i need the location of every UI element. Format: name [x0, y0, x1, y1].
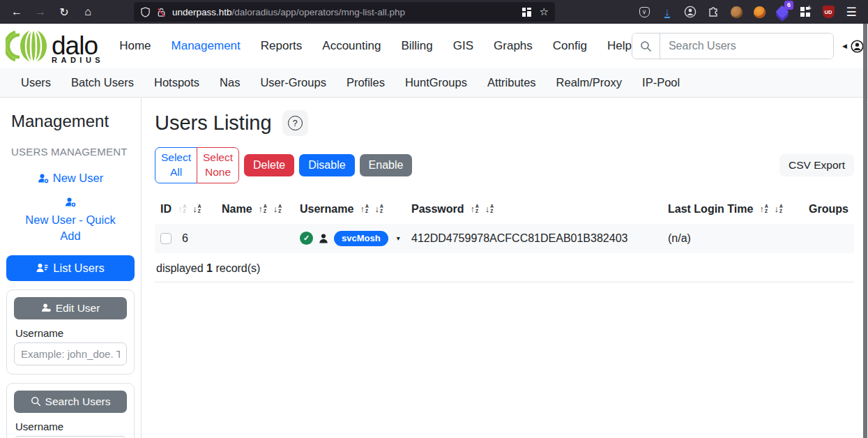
sidebar-new-user-link[interactable]: New User: [6, 170, 135, 186]
reload-icon[interactable]: ↻: [54, 3, 74, 21]
row-last-login: (n/a): [668, 232, 809, 245]
url-bar[interactable]: underpass.htb/daloradius/app/operators/m…: [134, 2, 555, 22]
edit-username-input[interactable]: [14, 342, 127, 365]
person-plus-icon: [38, 173, 49, 184]
table-row: 6 ✓ svcMosh ▾ 412DD4759978ACFCC81DEAB01B…: [155, 224, 854, 253]
username-badge[interactable]: svcMosh: [334, 231, 388, 246]
logo-text-radius: RADIUS: [52, 57, 104, 63]
subnav-user-groups[interactable]: User-Groups: [260, 76, 326, 89]
management-subnav: Users Batch Users Hotspots Nas User-Grou…: [0, 68, 868, 98]
sidebar-heading: Management: [11, 112, 130, 131]
search-username-label: Username: [15, 421, 125, 432]
subnav-huntgroups[interactable]: HuntGroups: [405, 76, 467, 89]
person-icon: [41, 303, 52, 313]
hacktools-extension-icon[interactable]: +: [797, 3, 814, 20]
nav-gis[interactable]: GIS: [453, 39, 473, 53]
daloradius-logo[interactable]: dalo RADIUS: [6, 29, 104, 63]
search-users-label: Search Users: [45, 395, 111, 408]
record-count-number: 1: [206, 262, 213, 274]
sort-desc-icon[interactable]: ↓AZ: [273, 204, 282, 214]
pocket-icon[interactable]: ∨: [636, 3, 653, 20]
subnav-hotspots[interactable]: Hotspots: [154, 76, 199, 89]
edit-username-label: Username: [15, 327, 125, 339]
sidebar-new-user-quick-link[interactable]: New User - Quick Add: [6, 197, 135, 244]
collapse-caret-icon[interactable]: ◀: [842, 43, 847, 50]
account-icon[interactable]: [682, 3, 699, 20]
wappalyzer-extension-icon[interactable]: 6: [774, 3, 791, 20]
back-icon[interactable]: ←: [7, 3, 26, 21]
sort-desc-icon[interactable]: ↓AZ: [375, 204, 383, 214]
search-users-button[interactable]: Search Users: [14, 391, 127, 413]
help-button[interactable]: ?: [282, 110, 308, 136]
user-avatar-icon[interactable]: [851, 40, 864, 53]
download-icon[interactable]: ↓: [659, 3, 676, 20]
edit-user-card: Edit User Username: [6, 289, 135, 375]
sort-asc-icon[interactable]: ↑AZ: [471, 204, 479, 214]
nav-config[interactable]: Config: [553, 39, 587, 53]
nav-reports[interactable]: Reports: [261, 39, 303, 53]
subnav-nas[interactable]: Nas: [220, 76, 240, 89]
csv-export-button[interactable]: CSV Export: [779, 154, 854, 176]
search-icon[interactable]: [632, 33, 660, 59]
subnav-users[interactable]: Users: [21, 76, 51, 89]
select-none-button[interactable]: Select None: [197, 147, 239, 183]
actions-toolbar: Select All Select None Delete Disable En…: [155, 147, 854, 183]
col-username: Username: [300, 203, 353, 216]
sort-desc-icon[interactable]: ↓AZ: [485, 204, 494, 214]
subnav-ip-pool[interactable]: IP-Pool: [642, 76, 680, 89]
sort-desc-icon[interactable]: ↓AZ: [775, 204, 783, 214]
shield-icon[interactable]: [140, 7, 151, 17]
subnav-attributes[interactable]: Attributes: [487, 76, 536, 89]
row-id: 6: [182, 232, 188, 245]
shield-ud-extension-icon[interactable]: UD: [820, 3, 837, 20]
sort-asc-icon[interactable]: ↑AZ: [759, 204, 768, 214]
chevron-down-icon[interactable]: ▾: [397, 234, 400, 242]
nav-billing[interactable]: Billing: [401, 39, 432, 53]
disable-button[interactable]: Disable: [299, 154, 354, 176]
cookie-extension-icon[interactable]: [728, 3, 745, 20]
nav-help[interactable]: Help: [607, 39, 632, 53]
edit-user-label: Edit User: [56, 302, 100, 315]
search-input[interactable]: [660, 33, 833, 59]
home-icon[interactable]: ⌂: [78, 3, 98, 21]
bookmark-star-icon[interactable]: ☆: [540, 6, 549, 18]
edit-user-button[interactable]: Edit User: [14, 297, 127, 319]
nav-graphs[interactable]: Graphs: [494, 39, 533, 53]
subnav-batch-users[interactable]: Batch Users: [71, 76, 134, 89]
site-header: dalo RADIUS Home Management Reports Acco…: [0, 24, 868, 68]
search-username-input[interactable]: [14, 436, 127, 438]
logo-globe-icon: [6, 29, 49, 63]
list-users-button[interactable]: List Users: [6, 255, 135, 281]
search-users-card: Search Users Username: [6, 383, 135, 438]
enabled-check-icon: ✓: [300, 232, 313, 245]
subnav-realm-proxy[interactable]: Realm/Proxy: [556, 76, 622, 89]
nav-home[interactable]: Home: [119, 39, 151, 53]
list-users-label: List Users: [53, 262, 104, 275]
nav-accounting[interactable]: Accounting: [322, 39, 381, 53]
url-path: /daloradius/app/operators/mng-list-all.p…: [232, 7, 405, 17]
sort-desc-icon[interactable]: ↓AZ: [192, 204, 201, 214]
orange-extension-icon[interactable]: [751, 3, 768, 20]
urlbar-grid-icon[interactable]: [522, 8, 531, 17]
row-checkbox[interactable]: [160, 233, 172, 244]
nav-management[interactable]: Management: [172, 39, 241, 53]
sort-asc-icon[interactable]: ↑AZ: [259, 204, 267, 214]
extension-badge: 6: [784, 1, 793, 10]
insecure-lock-icon[interactable]: [156, 7, 167, 17]
search-icon: [31, 396, 41, 407]
subnav-profiles[interactable]: Profiles: [347, 76, 385, 89]
sort-asc-icon[interactable]: ↑AZ: [178, 204, 186, 214]
sort-asc-icon[interactable]: ↑AZ: [360, 204, 368, 214]
page-scrollbar[interactable]: [863, 24, 867, 438]
delete-button[interactable]: Delete: [244, 154, 294, 176]
page-title: Users Listing: [155, 112, 272, 135]
forward-icon: →: [31, 3, 50, 21]
main-content: Users Listing ? Select All Select None D…: [142, 98, 868, 438]
table-header: ID ↑AZ ↓AZ Name ↑AZ ↓AZ Username ↑AZ ↓AZ…: [155, 200, 854, 224]
extensions-puzzle-icon[interactable]: [705, 3, 722, 20]
person-icon: [318, 233, 329, 244]
menu-icon[interactable]: ☰: [843, 3, 860, 20]
select-all-button[interactable]: Select All: [155, 147, 197, 183]
enable-button[interactable]: Enable: [360, 154, 413, 176]
col-name: Name: [222, 203, 252, 216]
